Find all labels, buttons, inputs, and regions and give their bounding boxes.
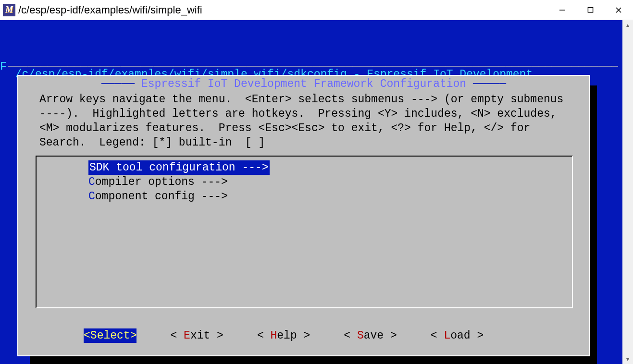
menu-item-2[interactable]: Component config ---> — [88, 189, 270, 204]
menu-item-label: omponent config ---> — [95, 190, 228, 203]
button-pre: < — [257, 329, 271, 342]
header-continuation-char: F — [0, 60, 7, 74]
dialog-title: Espressif IoT Development Framework Conf… — [141, 78, 466, 90]
dialog-instructions: Arrow keys navigate the menu. <Enter> se… — [39, 92, 568, 150]
maximize-button[interactable] — [576, 0, 604, 20]
button-pre: < — [431, 329, 444, 342]
button-post: ave > — [364, 329, 397, 342]
dialog-title-row: ───── Espressif IoT Development Framewor… — [18, 77, 589, 91]
scroll-down-arrow-icon[interactable]: ▾ — [622, 354, 633, 364]
button-post: xit > — [190, 329, 223, 342]
dialog-button-1[interactable]: < Exit > — [170, 328, 223, 343]
terminal[interactable]: /c/esp/esp-idf/examples/wifi/simple_wifi… — [0, 20, 622, 364]
menuconfig-dialog: ───── Espressif IoT Development Framewor… — [17, 75, 590, 356]
window-titlebar: M /c/esp/esp-idf/examples/wifi/simple_wi… — [0, 0, 633, 20]
app-icon: M — [3, 4, 15, 16]
maximize-icon — [587, 7, 594, 13]
menu-list-panel: SDK tool configuration --->Compiler opti… — [36, 156, 573, 308]
button-post: elect> — [97, 329, 137, 342]
scroll-up-arrow-icon[interactable]: ▴ — [622, 20, 633, 30]
button-hotkey: S — [357, 329, 364, 342]
button-hotkey: L — [444, 329, 450, 342]
button-pre: < — [170, 329, 184, 342]
app-icon-letter: M — [5, 5, 13, 15]
menu-item-hotkey: S — [89, 161, 96, 174]
menu-list: SDK tool configuration --->Compiler opti… — [88, 160, 270, 204]
window-buttons — [548, 0, 633, 20]
dialog-button-4[interactable]: < Load > — [431, 328, 484, 343]
button-pre: < — [344, 329, 357, 342]
menu-item-hotkey: C — [88, 176, 95, 188]
dialog-button-0[interactable]: <Select> — [84, 328, 137, 343]
dialog-button-3[interactable]: < Save > — [344, 328, 397, 343]
button-hotkey: S — [90, 329, 97, 342]
button-hotkey: E — [184, 329, 190, 342]
menu-item-label: ompiler options ---> — [95, 176, 228, 188]
close-icon — [615, 7, 622, 13]
menu-item-0[interactable]: SDK tool configuration ---> — [88, 160, 270, 175]
dialog-button-row: <Select>< Exit >< Help >< Save >< Load > — [18, 328, 589, 343]
menu-item-hotkey: C — [88, 190, 95, 203]
minimize-icon — [559, 7, 566, 13]
menu-item-label: DK tool configuration ---> — [96, 161, 269, 174]
close-button[interactable] — [604, 0, 633, 20]
button-pre: < — [84, 329, 90, 342]
window-title: /c/esp/esp-idf/examples/wifi/simple_wifi — [18, 4, 548, 16]
svg-rect-1 — [588, 7, 593, 12]
menu-item-1[interactable]: Compiler options ---> — [88, 175, 270, 189]
vertical-scrollbar[interactable]: ▴ ▾ — [622, 20, 633, 364]
client-area: /c/esp/esp-idf/examples/wifi/simple_wifi… — [0, 20, 633, 364]
button-hotkey: H — [271, 329, 277, 342]
header-dash-line: ────────────────────────────────────────… — [8, 60, 618, 74]
button-post: elp > — [277, 329, 310, 342]
button-post: oad > — [450, 329, 484, 342]
minimize-button[interactable] — [548, 0, 576, 20]
dialog-button-2[interactable]: < Help > — [257, 328, 310, 343]
